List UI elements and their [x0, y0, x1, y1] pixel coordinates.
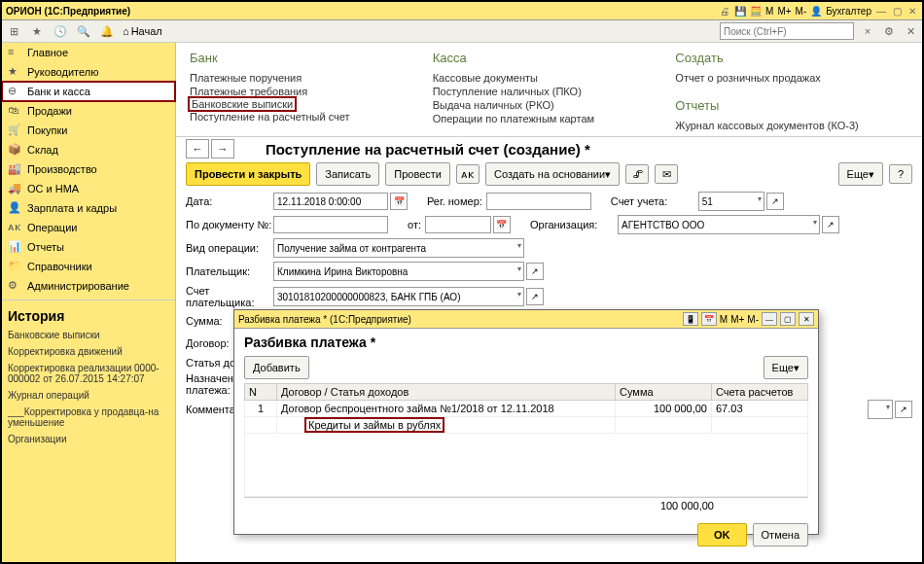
- menu-item[interactable]: Платежные требования: [190, 85, 423, 98]
- mail-icon[interactable]: ✉: [655, 164, 678, 184]
- optype-select[interactable]: Получение займа от контрагента▾: [273, 238, 524, 258]
- nav-icon: 👤: [8, 201, 21, 215]
- history-icon[interactable]: 🕓: [53, 23, 68, 39]
- calendar-icon-2[interactable]: 📅: [493, 216, 511, 233]
- modal-close-icon[interactable]: ✕: [799, 312, 814, 326]
- help-button[interactable]: ?: [889, 164, 912, 184]
- cancel-button[interactable]: Отмена: [753, 523, 808, 546]
- menu-item[interactable]: Кассовые документы: [433, 71, 666, 85]
- modal-more-button[interactable]: Еще ▾: [764, 356, 808, 379]
- main-toolbar: ⊞ ★ 🕓 🔍 🔔 ⌂ Начал × ⚙ ✕: [2, 20, 922, 43]
- history-link-4[interactable]: ___Корректировка у продавца-на уменьшени…: [8, 406, 169, 428]
- forward-button[interactable]: →: [211, 139, 234, 159]
- sidebar-item-12[interactable]: ⚙Администрирование: [2, 276, 175, 296]
- modal-title: Разбивка платежа *: [244, 335, 808, 350]
- close-panel-icon[interactable]: ✕: [903, 23, 918, 39]
- payeracc-select[interactable]: 30101810200000000823, БАНК ГПБ (АО)▾: [273, 287, 524, 306]
- modal-min-icon[interactable]: —: [762, 312, 777, 326]
- history-link-5[interactable]: Организации: [8, 434, 169, 444]
- payer-select[interactable]: Климкина Ирина Викторовна▾: [273, 262, 524, 281]
- nav-icon: ᴀᴋ: [8, 221, 21, 234]
- home-button[interactable]: ⌂ Начал: [123, 25, 162, 37]
- search-input[interactable]: [720, 22, 854, 40]
- menu-item[interactable]: Банковские выписки: [190, 98, 295, 110]
- create-based-button[interactable]: Создать на основании ▾: [485, 162, 620, 186]
- open-icon-2[interactable]: ↗: [822, 216, 839, 233]
- sidebar-item-3[interactable]: 🛍Продажи: [2, 101, 175, 121]
- attach-icon[interactable]: 🖇: [625, 164, 649, 184]
- grid-icon[interactable]: ⊞: [6, 23, 21, 39]
- open-icon-7[interactable]: ↗: [895, 401, 912, 418]
- section-menu: Банк Платежные порученияПлатежные требов…: [176, 43, 922, 136]
- menu-item[interactable]: Поступление наличных (ПКО): [433, 85, 666, 98]
- clear-icon[interactable]: ×: [860, 23, 875, 39]
- sidebar-item-4[interactable]: 🛒Покупки: [2, 121, 175, 140]
- menu-item[interactable]: Операции по платежным картам: [433, 112, 666, 125]
- print-icon[interactable]: 🖨: [719, 5, 730, 17]
- more-button[interactable]: Еще ▾: [838, 162, 883, 186]
- menu-item[interactable]: Выдача наличных (РКО): [433, 98, 666, 112]
- history-link-3[interactable]: Журнал операций: [8, 390, 169, 401]
- save-icon[interactable]: 💾: [734, 5, 746, 17]
- post-button[interactable]: Провести: [385, 162, 450, 186]
- sidebar-item-2[interactable]: ⊖Банк и касса: [2, 82, 175, 101]
- modal-date-icon[interactable]: 📅: [701, 312, 717, 326]
- gear-icon[interactable]: ⚙: [881, 23, 897, 39]
- search-icon[interactable]: 🔍: [76, 23, 91, 39]
- docno-input[interactable]: [273, 216, 388, 233]
- history-link-1[interactable]: Корректировка движений: [8, 346, 169, 357]
- form-title: Поступление на расчетный счет (создание)…: [266, 141, 590, 158]
- sidebar-item-8[interactable]: 👤Зарплата и кадры: [2, 198, 175, 218]
- sidebar-item-10[interactable]: 📊Отчеты: [2, 237, 175, 257]
- extra-select[interactable]: ▾: [868, 400, 893, 419]
- star-icon[interactable]: ★: [29, 23, 45, 39]
- add-row-button[interactable]: Добавить: [244, 356, 309, 379]
- menu-header-create: Создать: [675, 51, 908, 65]
- calendar-icon[interactable]: 📅: [390, 193, 408, 210]
- menu-item[interactable]: Платежные поручения: [190, 71, 423, 85]
- sidebar-item-7[interactable]: 🚚ОС и НМА: [2, 179, 175, 198]
- ok-button[interactable]: OK: [697, 523, 747, 546]
- docdate-input[interactable]: [425, 216, 491, 233]
- modal-calc-icon[interactable]: 📱: [683, 312, 698, 326]
- history-link-0[interactable]: Банковские выписки: [8, 330, 169, 340]
- menu-item[interactable]: Отчет о розничных продажах: [675, 71, 908, 85]
- back-button[interactable]: ←: [186, 139, 209, 159]
- sidebar-item-11[interactable]: 📁Справочники: [2, 257, 175, 276]
- sidebar-item-6[interactable]: 🏭Производство: [2, 159, 175, 179]
- menu-item[interactable]: Журнал кассовых документов (КО-3): [675, 119, 908, 132]
- post-close-button[interactable]: Провести и закрыть: [186, 162, 310, 186]
- sidebar-item-1[interactable]: ★Руководителю: [2, 62, 175, 82]
- table-row[interactable]: 1 Договор беспроцентного займа №1/2018 о…: [245, 401, 808, 417]
- nav-icon: 📊: [8, 240, 21, 254]
- movements-icon[interactable]: ᴀᴋ: [456, 164, 480, 184]
- nav-icon: 🛍: [8, 104, 21, 118]
- menu-item[interactable]: Поступление на расчетный счет: [190, 110, 423, 123]
- user-label: Бухгалтер: [826, 6, 871, 17]
- close-icon[interactable]: ✕: [906, 5, 918, 17]
- modal-total: 100 000,00: [244, 497, 808, 513]
- org-select[interactable]: АГЕНТСТВО ООО▾: [618, 215, 820, 234]
- split-payment-dialog: Разбивка платежа * (1С:Предприятие) 📱 📅 …: [233, 309, 819, 535]
- open-icon-3[interactable]: ↗: [526, 263, 544, 280]
- account-select[interactable]: 51▾: [698, 192, 764, 211]
- bell-icon[interactable]: 🔔: [99, 23, 115, 39]
- minimize-icon[interactable]: —: [875, 5, 887, 17]
- date-input[interactable]: [273, 193, 388, 210]
- modal-max-icon[interactable]: ▢: [780, 312, 796, 326]
- sidebar-item-5[interactable]: 📦Склад: [2, 140, 175, 159]
- maximize-icon[interactable]: ▢: [891, 5, 903, 17]
- open-icon[interactable]: ↗: [766, 193, 784, 210]
- user-icon: 👤: [810, 5, 822, 17]
- calc-icon[interactable]: 🧮: [750, 5, 762, 17]
- regno-input[interactable]: [486, 193, 591, 210]
- save-button[interactable]: Записать: [316, 162, 379, 186]
- sidebar-item-0[interactable]: ≡Главное: [2, 43, 175, 62]
- modal-window-title: Разбивка платежа * (1С:Предприятие): [238, 314, 411, 325]
- sidebar-item-9[interactable]: ᴀᴋОперации: [2, 218, 175, 237]
- history-title: История: [2, 304, 175, 328]
- table-subrow[interactable]: Кредиты и займы в рублях: [245, 417, 808, 434]
- open-icon-4[interactable]: ↗: [526, 288, 544, 305]
- nav-icon: 🚚: [8, 182, 21, 195]
- history-link-2[interactable]: Корректировка реализации 0000-000002 от …: [8, 363, 169, 384]
